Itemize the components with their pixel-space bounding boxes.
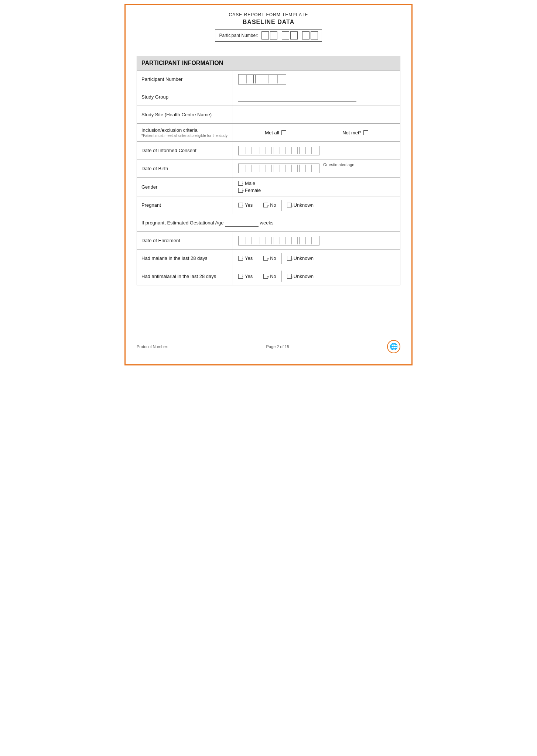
pnum-cell-3[interactable]	[256, 75, 262, 83]
inclusion-exclusion-content: Met all Not met*	[233, 124, 400, 141]
db-y2[interactable]	[280, 165, 286, 172]
antimalarial-yes-checkbox[interactable]: 1	[238, 274, 243, 279]
pregnant-no-item: 2 No	[263, 202, 276, 208]
had-malaria-content: 1 Yes 2 No 3	[233, 250, 400, 267]
db-d1[interactable]	[240, 165, 246, 172]
date-consent-field[interactable]	[238, 146, 319, 155]
db-y4[interactable]	[292, 165, 298, 172]
db-m2[interactable]	[260, 165, 266, 172]
female-checkbox[interactable]: 2	[238, 188, 243, 193]
pnum-cell-6[interactable]	[278, 75, 284, 83]
de-e1[interactable]	[300, 237, 306, 244]
pnum-cell-5[interactable]	[271, 75, 278, 83]
pnum-cell-2[interactable]	[247, 75, 253, 83]
or-estimated-age-label: Or estimated age	[323, 162, 354, 167]
dc-y3[interactable]	[286, 147, 292, 154]
gender-row: Gender 1 Male 2 Female	[137, 178, 400, 196]
de-y4[interactable]	[292, 237, 298, 244]
de-y3[interactable]	[286, 237, 292, 244]
participant-number-content	[233, 71, 400, 88]
de-e3[interactable]	[312, 237, 318, 244]
top-cell-2[interactable]	[270, 31, 277, 39]
pregnant-yes-checkbox[interactable]: 1	[238, 203, 243, 207]
pregnant-unknown-label: Unknown	[294, 202, 314, 208]
date-birth-label: Date of Birth	[137, 159, 233, 177]
male-label: Male	[245, 181, 255, 186]
pregnant-yes-item: 1 Yes	[238, 202, 253, 208]
form-subtitle: CASE REPORT FORM TEMPLATE	[137, 12, 400, 17]
malaria-unknown-label: Unknown	[294, 255, 314, 261]
date-birth-field[interactable]	[238, 164, 319, 173]
date-consent-row: Date of Informed Consent	[137, 142, 400, 159]
estimated-age-field[interactable]	[323, 168, 353, 174]
date-birth-row: Date of Birth	[137, 159, 400, 178]
pnum-cell-1[interactable]	[240, 75, 247, 83]
gestational-age-field[interactable]	[225, 219, 259, 227]
top-cell-6[interactable]	[311, 31, 318, 39]
date-enrolment-field[interactable]	[238, 236, 319, 245]
not-met-checkbox[interactable]	[363, 130, 368, 135]
date-consent-content	[233, 142, 400, 159]
db-y3[interactable]	[286, 165, 292, 172]
malaria-yes-checkbox[interactable]: 1	[238, 256, 243, 261]
dc-d2[interactable]	[246, 147, 252, 154]
top-cell-1[interactable]	[261, 31, 269, 39]
study-group-label: Study Group	[137, 88, 233, 106]
pregnant-unknown-checkbox[interactable]: 3	[287, 203, 292, 207]
antimalarial-unknown-checkbox[interactable]: 3	[287, 274, 292, 279]
db-e3[interactable]	[312, 165, 318, 172]
db-m3[interactable]	[266, 165, 272, 172]
malaria-no-label: No	[270, 255, 276, 261]
had-antimalarial-content: 1 Yes 2 No 3	[233, 267, 400, 285]
top-cell-4[interactable]	[290, 31, 298, 39]
de-y2[interactable]	[280, 237, 286, 244]
db-m1[interactable]	[254, 165, 260, 172]
dc-y1[interactable]	[274, 147, 280, 154]
malaria-unknown-item: 3 Unknown	[287, 255, 314, 261]
de-d1[interactable]	[240, 237, 246, 244]
inclusion-exclusion-label: Inclusion/exclusion criteria *Patient mu…	[137, 124, 233, 141]
met-all-checkbox[interactable]	[281, 130, 286, 135]
study-site-field[interactable]	[238, 110, 356, 119]
de-m3[interactable]	[266, 237, 272, 244]
dc-m1[interactable]	[254, 147, 260, 154]
dc-extra3[interactable]	[312, 147, 318, 154]
antimalarial-no-checkbox[interactable]: 2	[263, 274, 268, 279]
ync-div-2	[281, 200, 282, 211]
dc-y2[interactable]	[280, 147, 286, 154]
db-d2[interactable]	[246, 165, 252, 172]
participant-number-field[interactable]	[238, 74, 286, 85]
dc-y4[interactable]	[292, 147, 298, 154]
pnum-cell-4[interactable]	[262, 75, 269, 83]
male-checkbox[interactable]: 1	[238, 181, 243, 186]
malaria-no-checkbox[interactable]: 2	[263, 256, 268, 261]
dc-m3[interactable]	[266, 147, 272, 154]
participant-number-row: Participant Number	[137, 71, 400, 88]
dc-d1[interactable]	[240, 147, 246, 154]
study-group-field[interactable]	[238, 93, 356, 102]
de-e2[interactable]	[306, 237, 312, 244]
antimalarial-unknown-item: 3 Unknown	[287, 274, 314, 279]
top-cell-3[interactable]	[282, 31, 289, 39]
de-d2[interactable]	[246, 237, 252, 244]
top-cell-5[interactable]	[302, 31, 309, 39]
estimated-age-group: Or estimated age	[323, 162, 354, 174]
dc-extra2[interactable]	[306, 147, 312, 154]
antimalarial-ync: 1 Yes 2 No 3	[238, 271, 314, 282]
de-y1[interactable]	[274, 237, 280, 244]
dc-extra1[interactable]	[300, 147, 306, 154]
study-site-content	[233, 106, 400, 123]
gestational-content: If pregnant, Estimated Gestational Age w…	[137, 214, 400, 231]
top-participant-number-label: Participant Number:	[219, 33, 258, 38]
not-met-label: Not met*	[342, 130, 361, 135]
de-m2[interactable]	[260, 237, 266, 244]
malaria-unknown-checkbox[interactable]: 3	[287, 256, 292, 261]
db-e1[interactable]	[300, 165, 306, 172]
not-met-item: Not met*	[342, 130, 368, 135]
de-m1[interactable]	[254, 237, 260, 244]
db-e2[interactable]	[306, 165, 312, 172]
pregnant-no-checkbox[interactable]: 2	[263, 203, 268, 207]
dc-m2[interactable]	[260, 147, 266, 154]
db-y1[interactable]	[274, 165, 280, 172]
study-group-content	[233, 88, 400, 106]
